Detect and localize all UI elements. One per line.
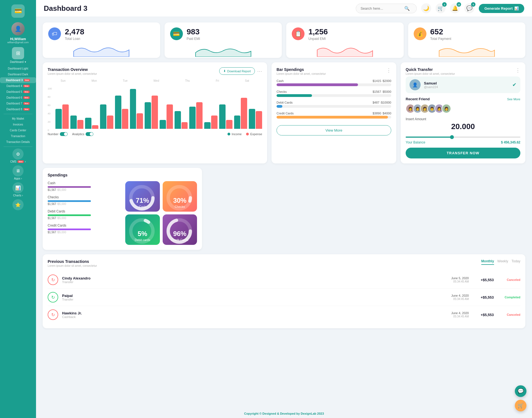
- quick-transfer-more-btn[interactable]: ⋮: [515, 67, 520, 73]
- amount-slider[interactable]: [406, 137, 520, 138]
- sidebar-item-dashboard3[interactable]: Dashboard 3 New: [0, 77, 36, 83]
- tx-row-paipal: ↻ Paipal Transfer June 4, 202005:34:45 A…: [48, 289, 520, 306]
- sidebar-item-transaction-details[interactable]: Transaction Details: [0, 139, 36, 145]
- transfer-user-avatar: 👤: [410, 79, 421, 90]
- tab-monthly[interactable]: Monthly: [481, 259, 494, 265]
- bar-group: [249, 109, 262, 129]
- float-cart-btn[interactable]: 🛒: [515, 400, 526, 411]
- sidebar-item-dashboard-light[interactable]: Dashboard Light: [0, 66, 36, 71]
- bar-spendings-more-btn[interactable]: ⋮: [386, 67, 391, 73]
- bar-group: [219, 104, 232, 129]
- unpaid-emi-icon: 📋: [292, 27, 305, 40]
- transfer-check-icon: ✔: [512, 82, 516, 88]
- sidebar-item-dashboard8[interactable]: Dashboard 8 New: [0, 106, 36, 112]
- cart-btn[interactable]: 🛒 2: [436, 3, 446, 13]
- insert-amount-value: 20.000: [406, 122, 520, 131]
- tab-today[interactable]: Today: [511, 259, 520, 265]
- cart-badge: 2: [442, 2, 447, 7]
- tab-weekly[interactable]: Weekly: [497, 259, 508, 265]
- avatar-image: 👤: [11, 22, 25, 35]
- view-more-button[interactable]: View More: [277, 125, 391, 135]
- tx-overview-more-btn[interactable]: ⋯: [257, 68, 262, 74]
- charts-icon-btn[interactable]: 📊: [12, 182, 24, 193]
- bar-group: [145, 96, 158, 129]
- y-axis: 020406080100: [48, 87, 52, 132]
- quick-transfer-card: Quick Transfer Lorem ipsum dolor sit ame…: [401, 62, 525, 163]
- sidebar-item-dashboard-dark[interactable]: Dashboard Dark: [0, 71, 36, 77]
- spendings-tiles: 71% Cash 30% Checks: [125, 181, 197, 245]
- notification-badge: 12: [457, 2, 461, 7]
- friend-6[interactable]: 👩: [442, 104, 451, 113]
- income-dot: [227, 133, 230, 135]
- cart-icon: 🛒: [438, 5, 444, 11]
- moon-icon: 🌙: [423, 5, 429, 11]
- tile-checks: 30% Checks: [163, 181, 197, 212]
- sidebar-item-dashboard5[interactable]: Dashboard 5 New: [0, 89, 36, 95]
- sidebar-logo[interactable]: 💳: [11, 4, 25, 18]
- total-payment-wave: [414, 43, 520, 57]
- favorites-icon-btn[interactable]: ⭐: [12, 199, 24, 210]
- apps-label[interactable]: Apps ›: [14, 177, 22, 180]
- sidebar-item-invoices[interactable]: Invoices: [0, 122, 36, 127]
- total-payment-value: 652: [430, 27, 451, 36]
- friends-avatars: 👩 👩 👩 👨 👩 👩: [406, 104, 520, 113]
- unpaid-emi-label: Unpaid EMI: [308, 37, 328, 41]
- download-icon: ⬇: [223, 69, 226, 73]
- badge-new-5: New: [23, 91, 29, 93]
- stat-card-total-loan: 🏷 2,478 Total Loan: [43, 22, 160, 58]
- checks-donut: [163, 181, 196, 212]
- credit-detail-bar: [48, 229, 91, 230]
- download-report-button[interactable]: ⬇ Download Report: [219, 67, 255, 75]
- previous-transactions-card: Previous Transactions Lorem ipsum dolor …: [43, 254, 525, 328]
- unpaid-emi-wave: [292, 43, 398, 57]
- bar-group: [55, 104, 69, 129]
- transaction-overview-card: Transaction Overview Lorem ipsum dolor s…: [43, 62, 267, 163]
- analytics-toggle[interactable]: [86, 132, 93, 136]
- bar-group: [85, 118, 98, 129]
- bar-group: [100, 104, 113, 129]
- search-box[interactable]: 🔍: [356, 4, 417, 13]
- chat-icon: 💬: [466, 5, 472, 11]
- apps-icon-btn[interactable]: 🖥: [12, 165, 24, 176]
- transfer-now-button[interactable]: TRANSFER NOW: [406, 148, 520, 158]
- tx-type-hawkins: Cashback: [62, 315, 82, 319]
- insert-amount-label: Insert Amount: [406, 117, 520, 121]
- sidebar-item-dashboard4[interactable]: Dashboard 4 New: [0, 83, 36, 89]
- tx-row-hawkins: ↻ Hawkins Jr. Cashback June 4, 202005:34…: [48, 306, 520, 323]
- search-input[interactable]: [360, 6, 402, 11]
- theme-toggle-btn[interactable]: 🌙: [421, 3, 431, 13]
- dashboard-label[interactable]: Dashboard ▾: [10, 60, 26, 63]
- float-support-btn[interactable]: 💬: [515, 385, 526, 397]
- charts-label[interactable]: Charts ›: [13, 194, 23, 197]
- spending-bar-debit: Debit Cards $487 /$10000: [277, 101, 391, 108]
- see-more-link[interactable]: See More: [507, 98, 520, 101]
- sidebar-item-cards-center[interactable]: Cards Center: [0, 127, 36, 133]
- chat-btn[interactable]: 💬 5: [464, 3, 474, 13]
- generate-report-button[interactable]: Generate Report 📊: [479, 4, 524, 13]
- tx-tabs: Monthly Weekly Today: [481, 259, 520, 265]
- notification-btn[interactable]: 🔔 12: [450, 3, 460, 13]
- sidebar-item-dashboard6[interactable]: Dashboard 6 New: [0, 95, 36, 101]
- cash-bar-fill: [277, 83, 358, 86]
- spending-bar-cash: Cash $1415 /$2000: [277, 79, 391, 86]
- tx-name-hawkins: Hawkins Jr.: [62, 311, 82, 315]
- svg-point-2: [168, 187, 190, 209]
- sidebar-item-my-wallet[interactable]: My Wallet: [0, 116, 36, 122]
- transfer-user-handle: @sam224: [424, 85, 438, 89]
- cms-label[interactable]: CMS New ›: [10, 160, 26, 163]
- cms-icon-btn[interactable]: ⚙: [12, 148, 24, 160]
- tx-name-cindy: Cindy Alexandro: [62, 276, 91, 280]
- sidebar-item-transaction[interactable]: Transaction: [0, 133, 36, 139]
- dashboard-icon-btn[interactable]: ⊞: [12, 47, 24, 59]
- recent-friend-label: Recent Friend: [406, 97, 430, 101]
- total-loan-value: 2,478: [65, 27, 84, 36]
- tx-amount-cindy: +$5,553: [477, 278, 494, 282]
- sidebar-divider-2: [4, 147, 32, 147]
- spending-item-credit: Credit Cards $1,567 /$5,000: [48, 224, 120, 234]
- tx-date-hawkins: June 4, 202005:34:45 AM: [451, 311, 469, 318]
- tx-status-hawkins: Canceled: [501, 313, 520, 316]
- number-toggle[interactable]: [60, 132, 68, 136]
- sidebar-item-dashboard7[interactable]: Dashboard 7 New: [0, 101, 36, 106]
- tx-date-paipal: June 4, 202005:34:45 AM: [451, 294, 469, 301]
- sidebar-divider-1: [4, 114, 32, 114]
